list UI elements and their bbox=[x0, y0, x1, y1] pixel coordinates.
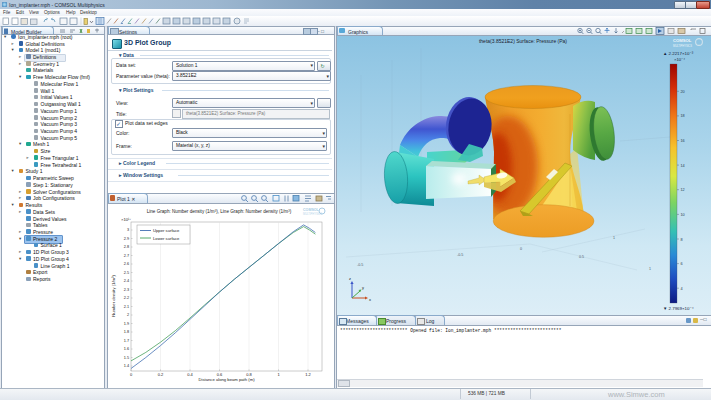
svg-text:-0.5: -0.5 bbox=[457, 253, 463, 257]
svg-text:1.8: 1.8 bbox=[124, 330, 129, 334]
svg-text:1.2: 1.2 bbox=[305, 372, 311, 377]
svg-text:▼ 2.7969×10⁻⁴: ▼ 2.7969×10⁻⁴ bbox=[663, 306, 694, 311]
svg-text:2.8: 2.8 bbox=[124, 245, 129, 249]
svg-text:1: 1 bbox=[649, 267, 651, 271]
svg-text:z: z bbox=[349, 276, 351, 281]
svg-text:2.9: 2.9 bbox=[124, 237, 129, 241]
svg-text:1: 1 bbox=[277, 372, 280, 377]
svg-text:0.5: 0.5 bbox=[579, 255, 584, 259]
svg-text:2.5: 2.5 bbox=[124, 271, 129, 275]
svg-text:2.3: 2.3 bbox=[124, 288, 129, 292]
svg-text:Distance along beam path (m): Distance along beam path (m) bbox=[198, 377, 255, 382]
svg-text:20: 20 bbox=[681, 90, 685, 94]
svg-text:1.5: 1.5 bbox=[124, 356, 129, 360]
svg-text:2.1: 2.1 bbox=[124, 305, 129, 309]
svg-text:Line Graph: Number density (1/: Line Graph: Number density (1/m³), Line … bbox=[147, 209, 292, 214]
svg-text:2.2: 2.2 bbox=[124, 296, 129, 300]
svg-text:14: 14 bbox=[681, 164, 685, 168]
svg-text:COMSOL: COMSOL bbox=[673, 38, 692, 43]
svg-text:4: 4 bbox=[681, 287, 683, 291]
svg-text:10: 10 bbox=[681, 213, 685, 217]
svg-text:1.4: 1.4 bbox=[124, 364, 129, 368]
svg-text:Upper surface: Upper surface bbox=[153, 228, 180, 233]
svg-text:12: 12 bbox=[681, 188, 685, 192]
svg-text:2.7: 2.7 bbox=[124, 254, 129, 258]
svg-text:2.4: 2.4 bbox=[124, 279, 129, 283]
svg-text:16: 16 bbox=[681, 139, 685, 143]
svg-text:×10¹⁷: ×10¹⁷ bbox=[121, 217, 131, 222]
svg-text:0: 0 bbox=[520, 247, 522, 251]
svg-text:▲ 2.2217×10⁻³: ▲ 2.2217×10⁻³ bbox=[663, 51, 694, 56]
svg-text:0: 0 bbox=[130, 372, 133, 377]
svg-text:0.4: 0.4 bbox=[187, 372, 193, 377]
svg-text:Number density (1/m³): Number density (1/m³) bbox=[111, 275, 116, 317]
svg-text:1.6: 1.6 bbox=[124, 347, 129, 351]
svg-text:0.2: 0.2 bbox=[158, 372, 164, 377]
svg-text:3: 3 bbox=[127, 228, 129, 232]
svg-text:×10⁻⁴: ×10⁻⁴ bbox=[674, 57, 685, 62]
svg-text:theta(3.8521E2) Surface: Pres: theta(3.8521E2) Surface: Pressure (Pa) bbox=[479, 38, 567, 44]
svg-text:1: 1 bbox=[613, 236, 615, 240]
svg-text:2: 2 bbox=[127, 313, 129, 317]
svg-text:2.6: 2.6 bbox=[124, 262, 129, 266]
svg-text:18: 18 bbox=[681, 114, 685, 118]
svg-text:Lower surface: Lower surface bbox=[153, 236, 180, 241]
svg-text:8: 8 bbox=[681, 238, 683, 242]
svg-text:6: 6 bbox=[681, 262, 683, 266]
svg-text:1.7: 1.7 bbox=[124, 339, 129, 343]
svg-text:COMSOL: COMSOL bbox=[303, 208, 320, 212]
svg-text:y: y bbox=[362, 285, 364, 290]
svg-text:1.9: 1.9 bbox=[124, 322, 129, 326]
svg-text:MULTIPHYSICS: MULTIPHYSICS bbox=[673, 44, 692, 48]
svg-text:-0.5: -0.5 bbox=[357, 263, 363, 267]
svg-text:x: x bbox=[369, 297, 371, 302]
